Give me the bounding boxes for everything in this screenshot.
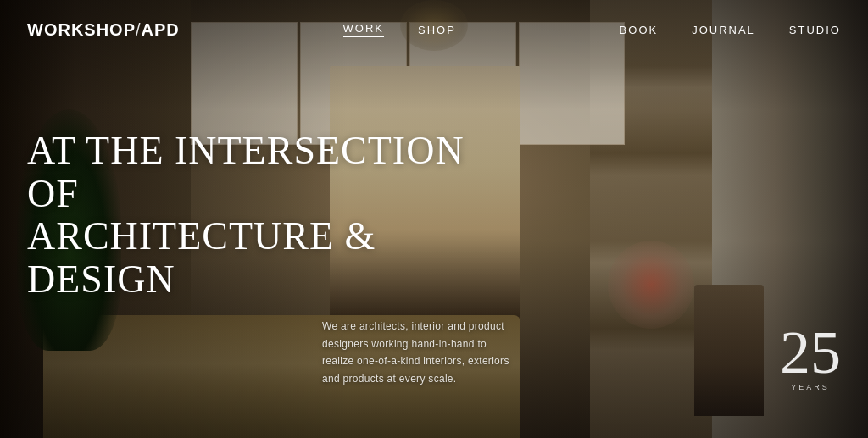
hero-headline-line1: AT THE INTERSECTION OF <box>27 129 465 215</box>
anniversary-number: 25 <box>780 322 841 383</box>
nav-link-book[interactable]: BOOK <box>620 24 659 36</box>
nav-right-links: BOOK JOURNAL STUDIO <box>620 24 841 36</box>
hero-subtext: We are architects, interior and product … <box>322 318 519 387</box>
anniversary-label: YEARS <box>780 383 841 391</box>
main-navigation: WORKSHOP/APD WORK SHOP BOOK JOURNAL STUD… <box>0 0 868 59</box>
nav-link-shop[interactable]: SHOP <box>418 24 456 36</box>
logo-text-apd: APD <box>142 20 180 39</box>
logo-text-workshop: WORKSHOP <box>27 20 136 39</box>
anniversary-badge: 25 YEARS <box>780 322 841 391</box>
nav-link-work[interactable]: WORK <box>343 22 384 37</box>
hero-headline-line2: ARCHITECTURE & DESIGN <box>27 214 376 301</box>
nav-center-links: WORK SHOP <box>343 22 456 37</box>
nav-link-studio[interactable]: STUDIO <box>789 24 841 36</box>
hero-content: AT THE INTERSECTION OF ARCHITECTURE & DE… <box>27 130 519 387</box>
site-logo[interactable]: WORKSHOP/APD <box>27 20 180 40</box>
hero-headline: AT THE INTERSECTION OF ARCHITECTURE & DE… <box>27 130 519 301</box>
nav-link-journal[interactable]: JOURNAL <box>692 24 755 36</box>
logo-separator: / <box>136 20 142 39</box>
